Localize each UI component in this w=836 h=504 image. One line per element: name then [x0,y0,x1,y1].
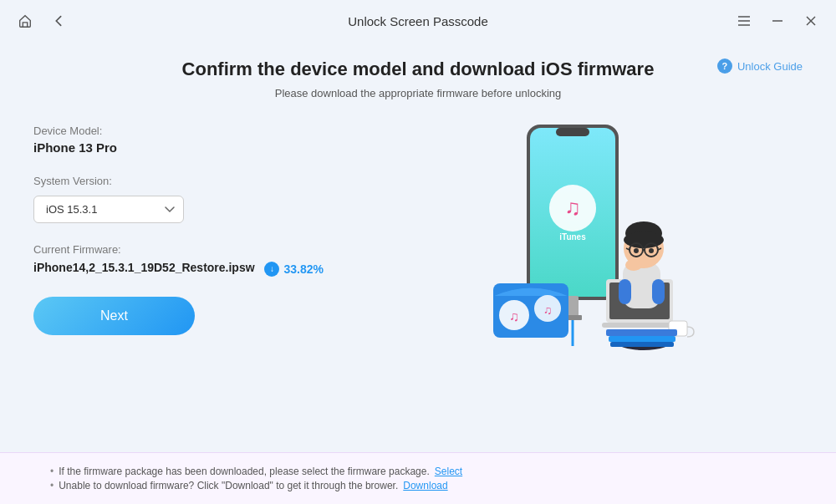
download-icon: ↓ [264,262,279,277]
title-bar: Unlock Screen Passcode [0,0,836,42]
system-version-label: System Version: [33,175,351,187]
version-select[interactable]: iOS 15.3.1 iOS 15.2 iOS 15.1 iOS 15.0 [33,196,184,223]
form-section: Device Model: iPhone 13 Pro System Versi… [33,116,351,359]
firmware-group: Current Firmware: iPhone14,2_15.3.1_19D5… [33,243,351,277]
device-model-group: Device Model: iPhone 13 Pro [33,125,351,155]
svg-rect-22 [602,323,677,328]
svg-rect-40 [609,336,675,342]
firmware-percent: ↓ 33.82% [264,262,323,277]
svg-text:♫: ♫ [543,303,553,317]
illustration: ♫ iTunes ♫ ♫ [443,116,727,359]
footer-note-2: Unable to download firmware? Click "Down… [50,480,786,491]
firmware-filename: iPhone14,2_15.3.1_19D52_Restore.ipsw ↓ 3… [33,261,351,277]
footer-notes: If the firmware package has been downloa… [0,452,836,504]
window-controls [732,9,823,33]
svg-rect-12 [567,296,579,317]
svg-rect-8 [556,128,589,136]
close-button[interactable] [799,9,823,33]
svg-text:♫: ♫ [509,309,519,323]
device-model-value: iPhone 13 Pro [33,140,351,155]
footer-note-1: If the firmware package has been downloa… [50,466,786,477]
page-subtitle: Please download the appropriate firmware… [33,87,803,99]
select-link[interactable]: Select [435,466,462,477]
minimize-button[interactable] [766,9,789,33]
device-model-label: Device Model: [33,125,351,137]
illustration-area: ♫ iTunes ♫ ♫ [368,116,803,359]
svg-text:♫: ♫ [564,195,581,220]
svg-point-37 [625,259,642,271]
next-button[interactable]: Next [33,297,195,335]
svg-rect-25 [619,279,631,304]
firmware-label: Current Firmware: [33,243,351,256]
download-link[interactable]: Download [403,480,447,491]
svg-rect-26 [652,279,665,304]
menu-button[interactable] [732,9,756,33]
main-content: Confirm the device model and download iO… [0,42,836,375]
svg-point-36 [649,248,654,253]
window-title: Unlock Screen Passcode [348,14,488,28]
svg-point-29 [624,232,664,248]
page-title: Confirm the device model and download iO… [33,59,803,80]
svg-rect-41 [610,342,674,347]
svg-point-35 [634,248,639,253]
help-icon: ? [717,59,732,74]
svg-rect-39 [606,329,677,336]
svg-text:iTunes: iTunes [559,232,586,242]
home-icon[interactable] [13,9,37,33]
content-area: Device Model: iPhone 13 Pro System Versi… [33,116,803,359]
unlock-guide-button[interactable]: ? Unlock Guide [717,59,803,74]
nav-buttons [13,9,70,33]
system-version-group: System Version: iOS 15.3.1 iOS 15.2 iOS … [33,175,351,223]
back-icon[interactable] [47,9,70,33]
header-section: Confirm the device model and download iO… [33,59,803,99]
